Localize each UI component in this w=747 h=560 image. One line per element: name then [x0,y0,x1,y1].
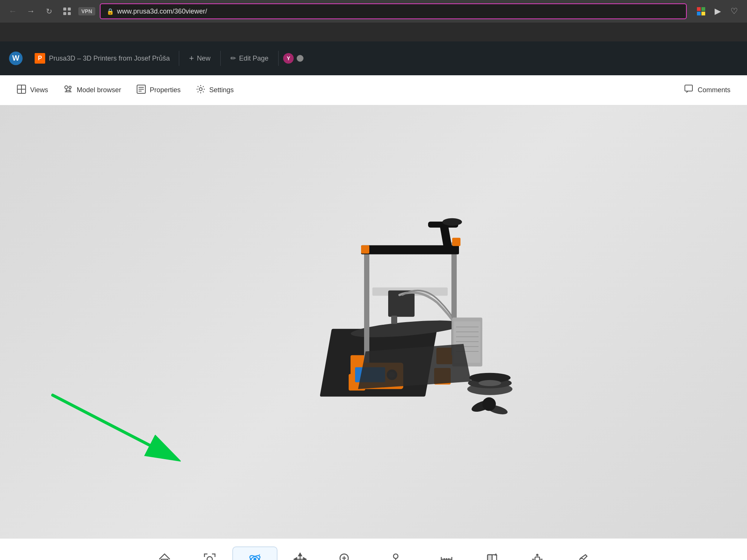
svg-point-14 [69,86,71,88]
fit-icon [202,552,217,560]
site-name-text: Prusa3D – 3D Printers from Josef Průša [49,55,170,62]
edit-icon: ✏ [230,54,236,62]
settings-icon [196,84,206,96]
svg-rect-89 [488,555,492,560]
wp-admin-bar: W P Prusa3D – 3D Printers from Josef Prů… [0,41,747,75]
home-icon [157,552,172,560]
svg-point-80 [393,554,398,558]
svg-rect-5 [701,7,705,11]
edit-page-button[interactable]: ✏ Edit Page [225,51,274,65]
printer-scene [0,105,747,538]
svg-point-23 [199,88,202,91]
new-label: New [197,55,210,62]
zoom-icon [338,552,353,560]
svg-rect-1 [68,8,71,11]
browser-chrome: ← → ↻ VPN 🔒 www.prusa3d.com/360viewer/ [0,0,747,41]
comments-button[interactable]: Comments [677,81,738,100]
separator-3 [278,51,279,66]
zoom-tool-button[interactable]: Zoom [323,547,368,560]
browser-icons: ▶ ♡ [694,5,741,18]
comments-label: Comments [698,86,730,94]
heart-icon[interactable]: ♡ [727,5,741,18]
separator-1 [179,51,179,66]
forward-button[interactable]: → [24,5,38,18]
views-icon [17,84,26,96]
svg-rect-3 [68,12,71,15]
content-wrapper: Views Model browser [0,75,747,560]
svg-text:W: W [12,54,20,62]
markup-tool-button[interactable]: Markup [560,547,605,560]
svg-rect-53 [361,245,369,254]
svg-line-63 [53,395,166,453]
svg-marker-75 [303,558,306,560]
refresh-button[interactable]: ↻ [42,5,56,18]
explode-icon [530,552,545,560]
section-tool-button[interactable]: Section [470,547,515,560]
pan-icon [293,552,308,560]
model-browser-icon [63,84,73,96]
site-name-button[interactable]: P Prusa3D – 3D Printers from Josef Průša [30,50,174,67]
svg-rect-24 [685,85,692,91]
orbit-icon [247,552,262,560]
wp-logo: W [8,50,24,67]
svg-rect-54 [452,238,460,246]
vpn-badge: VPN [78,7,95,15]
settings-button[interactable]: Settings [188,81,241,100]
new-button[interactable]: + New [184,50,216,66]
svg-point-58 [479,380,501,386]
svg-point-69 [253,558,256,560]
comments-icon [684,84,694,96]
svg-marker-74 [294,558,297,560]
orbit-tool-button[interactable]: Orbit [232,546,277,560]
plus-icon: + [189,53,194,63]
pan-tool-button[interactable]: Pan [277,547,323,560]
edit-page-label: Edit Page [239,55,268,62]
status-dot [297,55,303,62]
app-toolbar: Views Model browser [0,75,747,105]
address-bar[interactable]: 🔒 www.prusa3d.com/360viewer/ [100,3,687,19]
play-icon[interactable]: ▶ [711,5,724,18]
first-person-icon [388,552,403,560]
url-text: www.prusa3d.com/360viewer/ [117,8,207,15]
svg-point-61 [482,397,496,411]
svg-point-13 [65,86,68,89]
fit-tool-button[interactable]: Fit [187,547,232,560]
home-tool-button[interactable]: Home [142,547,187,560]
model-browser-label: Model browser [77,86,121,94]
lock-icon: 🔒 [107,8,114,15]
views-label: Views [30,86,48,94]
back-button[interactable]: ← [6,5,20,18]
svg-rect-2 [63,12,66,15]
svg-rect-92 [535,557,540,560]
properties-button[interactable]: Properties [129,81,188,100]
explode-tool-button[interactable]: Explode [515,547,560,560]
yoast-icon: Y [283,53,294,64]
svg-rect-4 [697,7,701,11]
svg-rect-6 [697,12,701,15]
settings-label: Settings [209,86,234,94]
section-icon [485,552,500,560]
viewport[interactable] [0,105,747,538]
properties-label: Properties [150,86,181,94]
measure-tool-button[interactable]: Measure [424,547,470,560]
color-cube-icon[interactable] [694,5,708,18]
browser-nav-bar: ← → ↻ VPN 🔒 www.prusa3d.com/360viewer/ [0,0,747,23]
first-person-tool-button[interactable]: First Person [368,547,424,560]
printer-model [305,201,516,421]
extensions-button[interactable] [60,5,74,18]
svg-rect-0 [63,8,66,11]
views-button[interactable]: Views [9,81,56,100]
svg-rect-7 [701,12,705,15]
bottom-toolbar: Home Fit [0,538,747,560]
model-browser-button[interactable]: Model browser [56,81,129,100]
green-arrow [45,388,181,463]
svg-marker-72 [299,553,302,556]
properties-icon [136,84,146,96]
svg-rect-40 [391,316,397,324]
separator-2 [220,51,221,66]
svg-point-66 [207,557,212,560]
measure-icon [439,552,454,560]
site-favicon: P [35,53,45,64]
svg-point-37 [442,218,462,226]
markup-icon [575,552,590,560]
